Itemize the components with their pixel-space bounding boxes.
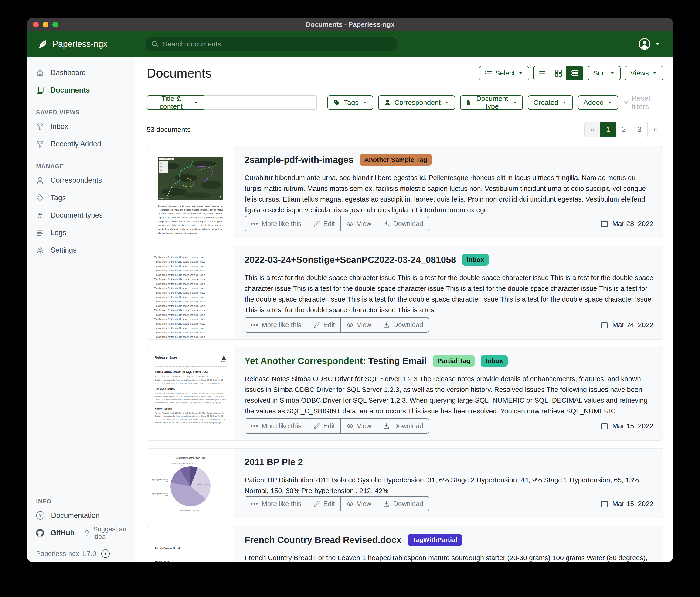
sidebar-section-saved-views: SAVED VIEWS (27, 109, 134, 116)
svg-text:Entry Point: Entry Point (159, 171, 164, 172)
pagination-page-3[interactable]: 3 (631, 122, 648, 138)
sort-button[interactable]: Sort (588, 66, 620, 80)
sidebar-item-inbox[interactable]: Inbox (27, 118, 134, 135)
tag-badge[interactable]: Inbox (481, 355, 508, 367)
views-button[interactable]: Views (625, 66, 663, 80)
view-button[interactable]: View (341, 497, 377, 511)
document-card: Patient BP Distribution 2011 Isolated Sy… (147, 448, 663, 519)
pagination-prev[interactable]: « (584, 122, 601, 138)
view-grid-button[interactable] (550, 66, 566, 80)
tag-badge[interactable]: Another Sample Tag (359, 154, 432, 166)
sidebar-item-documents[interactable]: Documents (27, 81, 134, 99)
map-preview: Boundary Waters Trip LegendDay 1Day 2Day… (158, 157, 223, 200)
more-like-this-button[interactable]: ••• More like this (245, 419, 307, 433)
suggest-idea-link[interactable]: Suggest an idea (84, 525, 134, 540)
document-title[interactable]: Yet Another Correspondent: Testing Email (245, 356, 427, 366)
home-icon (36, 69, 44, 77)
document-title[interactable]: 2022-03-24+Sonstige+ScanPC2022-03-24_081… (245, 255, 456, 265)
pagination-next[interactable]: » (647, 122, 663, 138)
download-button[interactable]: Download (377, 216, 429, 231)
select-button[interactable]: Select (479, 66, 529, 80)
title-content-filter-input[interactable] (204, 95, 317, 110)
brand[interactable]: Paperless-ngx (38, 39, 107, 49)
edit-button[interactable]: Edit (307, 318, 341, 332)
pagination: « 1 2 3 » (584, 122, 663, 138)
close-window-button[interactable] (33, 22, 39, 27)
document-thumbnail[interactable]: This is a test for the double space char… (147, 246, 234, 339)
pie-chart (171, 466, 210, 506)
sidebar-item-tags[interactable]: Tags (27, 189, 134, 207)
download-button[interactable]: Download (377, 497, 429, 511)
select-label: Select (495, 69, 515, 77)
added-filter-button[interactable]: Added (578, 95, 618, 110)
minimize-window-button[interactable] (43, 22, 48, 27)
tag-badge[interactable]: Partial Tag (433, 355, 475, 367)
document-thumbnail[interactable]: French Country Bread For the Leaven Fren… (147, 526, 234, 562)
funnel-icon (36, 140, 44, 148)
document-title[interactable]: French Country Bread Revised.docx (245, 535, 401, 545)
sidebar-item-correspondents[interactable]: Correspondents (27, 171, 134, 189)
pagination-page-1[interactable]: 1 (600, 122, 616, 138)
search-input[interactable] (162, 40, 392, 48)
tag-badge[interactable]: TagWithPartial (407, 534, 462, 546)
document-type-filter-button[interactable]: Document type (460, 95, 523, 110)
calendar-icon (601, 220, 608, 228)
action-label: More like this (261, 422, 301, 430)
ellipsis-icon: ••• (251, 220, 258, 228)
sidebar-item-label: Document types (51, 211, 103, 219)
edit-button[interactable]: Edit (307, 216, 341, 231)
document-title[interactable]: 2sample-pdf-with-images (245, 155, 353, 165)
document-thumbnail[interactable]: Patient BP Distribution 2011 Isolated Sy… (147, 449, 234, 518)
user-menu[interactable] (638, 38, 660, 51)
view-list-button[interactable] (534, 66, 550, 80)
info-circle-icon[interactable]: i (101, 549, 110, 558)
view-button[interactable]: View (341, 419, 377, 433)
document-list: Boundary Waters Trip LegendDay 1Day 2Day… (147, 146, 663, 562)
created-filter-button[interactable]: Created (528, 95, 573, 110)
person-icon (36, 176, 44, 184)
more-like-this-button[interactable]: ••• More like this (245, 497, 307, 511)
edit-button[interactable]: Edit (307, 419, 341, 433)
document-title[interactable]: 2011 BP Pie 2 (245, 457, 303, 467)
sidebar-item-document-types[interactable]: # Document types (27, 207, 134, 224)
tags-filter-button[interactable]: Tags (327, 95, 373, 110)
brand-label: Paperless-ngx (52, 39, 107, 49)
sidebar-item-logs[interactable]: Logs (27, 224, 134, 241)
action-label: Edit (323, 220, 335, 228)
correspondent-filter-button[interactable]: Correspondent (378, 95, 455, 110)
view-button[interactable]: View (341, 216, 377, 231)
view-details-button[interactable] (566, 66, 583, 80)
reset-filters-button[interactable]: × Reset filters (624, 94, 663, 111)
more-like-this-button[interactable]: ••• More like this (245, 318, 307, 332)
card-actions: ••• More like this Edit View (245, 496, 429, 511)
svg-text:Day 1: Day 1 (159, 163, 161, 164)
sidebar-info: INFO ? Documentation GitHub (27, 498, 134, 562)
sidebar-item-dashboard[interactable]: Dashboard (27, 64, 134, 81)
document-excerpt: Curabitur bibendum ante urna, sed blandi… (245, 172, 653, 215)
eye-icon (347, 423, 353, 429)
calendar-icon (601, 422, 608, 430)
sidebar-item-documentation[interactable]: ? Documentation (27, 507, 134, 524)
view-button[interactable]: View (341, 318, 377, 332)
sidebar-item-recently-added[interactable]: Recently Added (27, 135, 134, 152)
sidebar-item-github[interactable]: GitHub (27, 524, 75, 542)
tags-filter-label: Tags (344, 99, 358, 106)
document-correspondent[interactable]: Yet Another Correspondent (245, 356, 363, 366)
sidebar-section-manage: MANAGE (27, 163, 134, 170)
document-thumbnail[interactable]: Release Notes Simba Simba ODBC Driver fo… (147, 348, 234, 440)
document-date: Mar 28, 2022 (601, 220, 653, 228)
more-like-this-button[interactable]: ••• More like this (245, 216, 307, 231)
tag-badge[interactable]: Inbox (462, 254, 489, 266)
zoom-window-button[interactable] (52, 22, 58, 27)
card-actions: ••• More like this Edit View (245, 216, 429, 231)
document-thumbnail[interactable]: Boundary Waters Trip LegendDay 1Day 2Day… (147, 146, 234, 238)
edit-button[interactable]: Edit (307, 497, 341, 511)
filter-bar: Title & content Tags (147, 94, 663, 111)
download-button[interactable]: Download (377, 419, 429, 433)
caret-down-icon (562, 100, 567, 105)
sidebar-item-settings[interactable]: Settings (27, 241, 134, 259)
download-button[interactable]: Download (377, 318, 429, 332)
pagination-page-2[interactable]: 2 (616, 122, 632, 138)
action-label: Download (393, 220, 423, 228)
title-content-filter-button[interactable]: Title & content (147, 95, 204, 110)
